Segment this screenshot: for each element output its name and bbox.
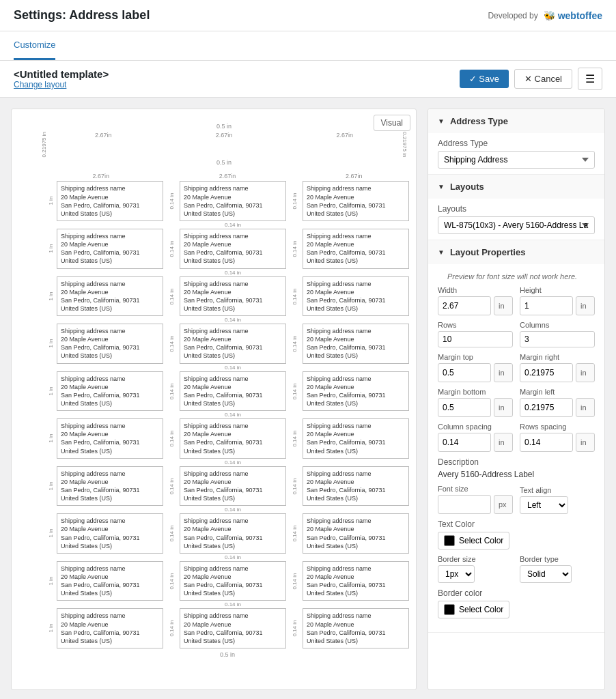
rows-input[interactable] [438,331,513,347]
border-color-swatch [444,604,455,615]
label-cell: Shipping address name20 Maple AvenueSan … [303,276,409,317]
address-type-section: ▼ Address Type Address Type Shipping Add… [428,109,604,175]
cancel-button[interactable]: ✕ Cancel [514,69,572,89]
col-spacer: 0.14 in [163,513,180,554]
description-label: Description [438,457,595,467]
border-type-select[interactable]: SolidDashedDottedNone [520,565,572,583]
border-size-select[interactable]: 1px2px3px [438,565,475,583]
layouts-header[interactable]: ▼ Layouts [428,175,604,199]
grid-with-margins: 0.21975 in 2.67in 2.67in 2.67in 0.21975 … [39,132,409,157]
label-row: 1 inShipping address name20 Maple Avenue… [46,608,409,648]
row-spacer: 0.14 in [46,411,409,418]
layouts-label: Layouts [438,204,595,214]
label-cell: Shipping address name20 Maple AvenueSan … [57,608,163,648]
row-spacing-input[interactable] [520,433,573,452]
save-button[interactable]: ✓ Save [460,70,509,88]
address-type-header[interactable]: ▼ Address Type [428,109,604,133]
text-color-swatch [444,535,455,546]
row-spacer: 0.14 in [46,316,409,324]
width-input[interactable] [438,296,491,315]
layouts-section: ▼ Layouts Layouts WL-875(10x3) - Avery 5… [428,175,604,240]
font-align-row: Font size px Text align Left Center Righ… [438,485,595,514]
settings-panel: ▼ Address Type Address Type Shipping Add… [428,109,605,690]
margin-top-input[interactable] [438,363,491,382]
row-spacer: 0.14 in [46,221,409,229]
height-input[interactable] [520,296,573,315]
col-spacing-input[interactable] [438,433,491,452]
margin-left-label: Margin left [520,388,595,396]
row-spacer: 0.14 in [46,506,409,513]
margin-right-input[interactable] [520,363,573,382]
label-grid-container: 2.67in2.67in2.67in1 inShipping address n… [18,173,409,658]
label-cell: Shipping address name20 Maple AvenueSan … [303,371,409,412]
col-spacer: 0.14 in [163,181,180,221]
rows-cols-row: Rows Columns [438,321,595,347]
menu-button[interactable]: ☰ [578,68,602,90]
label-cell: Shipping address name20 Maple AvenueSan … [180,324,286,364]
spacing-row: Column spacing in Rows spacing in [438,423,595,452]
description-value: Avery 5160-Address Label [438,470,595,479]
developed-by-text: Developed by [488,11,537,20]
label-cell: Shipping address name20 Maple AvenueSan … [57,276,163,317]
margin-bottom-left-row: Margin bottom in Margin left in [438,388,595,417]
address-type-select[interactable]: Shipping Address Billing Address [438,151,595,169]
col-spacer: 0.14 in [286,513,303,554]
border-color-button[interactable]: Select Color [438,601,509,618]
label-cell: Shipping address name20 Maple AvenueSan … [180,229,286,269]
layouts-field: Layouts WL-875(10x3) - Avery 5160-Addres… [428,199,604,240]
margin-top-right-row: Margin top in Margin right in [438,353,595,382]
template-info: <Untitled template> Change layout [14,68,109,89]
layout-properties-fields: Preview for font size will not work here… [428,264,604,632]
label-cell: Shipping address name20 Maple AvenueSan … [180,276,286,317]
col-spacer: 0.14 in [163,324,180,364]
label-row: 1 inShipping address name20 Maple Avenue… [46,466,409,507]
label-cell: Shipping address name20 Maple AvenueSan … [57,371,163,412]
developed-by: Developed by 🐝 webtoffee [488,10,602,21]
layout-properties-section: ▼ Layout Properties Preview for font siz… [428,240,604,633]
col-spacer: 0.14 in [286,561,303,601]
layout-properties-header[interactable]: ▼ Layout Properties [428,240,604,264]
width-label: Width [438,286,513,294]
row-spacing-group: Rows spacing in [520,423,595,452]
border-size-group: Border size 1px2px3px [438,555,513,583]
margin-bottom-group: Margin bottom in [438,388,513,417]
columns-input[interactable] [520,331,595,347]
label-cell: Shipping address name20 Maple AvenueSan … [303,324,409,364]
font-size-input[interactable] [438,495,491,514]
col-spacer: 0.14 in [286,229,303,269]
margin-left-input[interactable] [520,398,573,417]
row-spacing-label: Rows spacing [520,423,595,431]
row-spacer: 0.14 in [46,601,409,608]
change-layout-link[interactable]: Change layout [14,80,109,89]
top-bar: Settings: Address label Developed by 🐝 w… [0,0,616,31]
label-cell: Shipping address name20 Maple AvenueSan … [303,608,409,648]
col-spacing-label: Column spacing [438,423,513,431]
col-spacer: 0.14 in [163,229,180,269]
label-cell: Shipping address name20 Maple AvenueSan … [180,513,286,554]
font-size-label: Font size [438,485,513,493]
label-row: 1 inShipping address name20 Maple Avenue… [46,561,409,601]
col-spacer: 0.14 in [286,276,303,317]
main-content: Visual 0.5 in 0.21975 in 2.67in 2.67in 2… [0,98,616,699]
template-name: <Untitled template> [14,68,109,80]
border-color-select-label: Select Color [459,605,503,614]
col-spacer: 0.14 in [286,608,303,648]
height-group: Height in [520,286,595,315]
label-cell: Shipping address name20 Maple AvenueSan … [57,561,163,601]
label-cell: Shipping address name20 Maple AvenueSan … [180,561,286,601]
label-cell: Shipping address name20 Maple AvenueSan … [303,466,409,507]
label-cell: Shipping address name20 Maple AvenueSan … [303,181,409,221]
columns-label: Columns [520,321,595,329]
layouts-select[interactable]: WL-875(10x3) - Avery 5160-Address Label [438,216,595,234]
text-color-select-label: Select Color [459,536,503,545]
logo-icon: 🐝 webtoffee [544,10,602,21]
label-cell: Shipping address name20 Maple AvenueSan … [180,466,286,507]
tab-customize[interactable]: Customize [14,31,55,60]
label-cell: Shipping address name20 Maple AvenueSan … [180,418,286,459]
margin-bottom-input[interactable] [438,398,491,417]
row-spacer: 0.14 in [46,554,409,561]
text-align-select[interactable]: Left Center Right [520,496,568,514]
col-spacer: 0.14 in [286,324,303,364]
text-color-button[interactable]: Select Color [438,532,509,550]
text-align-label: Text align [520,486,595,494]
